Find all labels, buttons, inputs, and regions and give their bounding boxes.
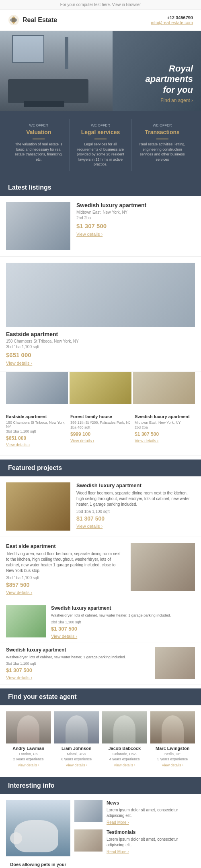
project-price-3: $1 307 500 [51,626,195,632]
service-desc-3: Real estate activities, letting, enginee… [136,142,188,162]
col-listing-2-link[interactable]: View details › [70,439,131,443]
topbar-text: For your computer test here. View in Bro… [60,2,141,7]
project-link-1[interactable]: View details › [76,524,195,529]
project-info-3: Swedish luxury apartment Washer/dryer, l… [51,605,195,639]
small-image-1 [6,372,68,404]
services-section: We offer Valuation The valuation of real… [0,111,201,179]
col-listing-1-title: Eastside apartment [6,414,66,419]
latest-listings-title-bar: Latest listings [0,179,201,196]
eastside-listing-specs: 3bd 1ba 1,100 sqft [6,345,195,349]
service-divider-2 [94,139,107,139]
agents-title-bar: Find your estate agent [0,688,201,705]
featured-listing: Swedish luxury apartment Midtown East, N… [0,196,201,257]
logo: Real Estate [8,14,57,26]
agent-link-3[interactable]: View details › [102,763,147,767]
agent-photo-3 [102,711,147,743]
col-listing-1-specs: 3bd 1ba 1,100 sqft [6,429,66,433]
service-desc-2: Legal services for all requirements of b… [75,142,127,167]
article-content-2: Testimonials Lorem ipsum dolor sit amet,… [107,829,195,854]
article-link-1[interactable]: Read More › [107,820,195,825]
col-listing-3-specs: 2bd 2ba [135,425,195,429]
featured-projects-title-bar: Featured projects [0,460,201,476]
agents-grid: Andry Lawman London, UK 2 years experien… [0,705,201,773]
project-image-2 [131,543,195,591]
article-content-1: News Lorem ipsum dolor sit amet, consect… [107,800,195,825]
hero-section: Royal apartments for you Find an agent › [0,31,201,111]
svg-point-2 [10,18,17,22]
project-desc-3: Washer/dryer, lots of cabinet, new water… [51,613,195,618]
agent-location-4: Berlin, DE [150,752,195,756]
col-listing-2-price: $999 100 [70,431,131,437]
hero-line2: apartments [145,74,193,84]
project-image-4 [155,647,195,679]
article-desc-1: Lorem ipsum dolor sit amet, consectetur … [107,807,195,819]
agent-link-2[interactable]: View details › [54,763,99,767]
info-grid: Does allowing pets in your rentals make … [0,794,201,868]
col-listing-3-link[interactable]: View details › [135,439,195,443]
header: Real Estate +12 3456790 info@real-estate… [0,10,201,31]
info-articles: News Lorem ipsum dolor sit amet, consect… [74,800,195,859]
featured-projects-title: Featured projects [8,464,193,472]
hero-content: Royal apartments for you Find an agent › [145,63,193,103]
agent-exp-2: 6 years experience [54,757,99,761]
featured-listing-link[interactable]: View details › [76,232,195,237]
project-image-3 [6,605,46,637]
table-decoration [24,101,64,107]
small-image-3 [133,372,195,404]
service-divider-1 [33,139,45,139]
eastside-listing-image [6,263,195,327]
agent-card-4: Marc Livingston Berlin, DE 5 years exper… [150,711,195,767]
service-label-2: We offer [75,123,127,127]
hero-line3: for you [163,85,193,95]
eastside-listing-link[interactable]: View details › [6,361,195,366]
col-listing-1-link[interactable]: View details › [6,443,66,447]
article-image-2 [74,829,103,852]
project-link-4[interactable]: View details › [6,675,150,680]
project-title-4: Swedish luxury apartment [6,647,150,653]
agent-name-1: Andry Lawman [6,746,51,751]
project-link-3[interactable]: View details › [51,634,195,639]
project-price-4: $1 307 500 [6,667,150,673]
col-listing-2: Forest family house 399 11th St #200, Pa… [70,414,131,447]
three-column-listings: Eastside apartment 150 Chambers St Tribe… [0,410,201,455]
small-image-2 [70,372,131,404]
agent-link-1[interactable]: View details › [6,763,51,767]
eastside-listing-price: $651 000 [6,351,195,358]
agent-link-4[interactable]: View details › [150,763,195,767]
featured-listing-location: Midtown East, New York, NY [76,210,195,214]
service-label-1: We offer [13,123,65,127]
agent-photo-1 [6,711,51,743]
service-title-1: Valuation [13,129,65,135]
email-address[interactable]: info@real-estate.com [151,20,193,25]
top-bar: For your computer test here. View in Bro… [0,0,201,10]
project-item-2: East side apartment Tiled living area, w… [0,537,201,601]
agent-location-2: Miami, USA [54,752,99,756]
logo-text: Real Estate [23,16,57,24]
agent-card-2: Liam Johnson Miami, USA 6 years experien… [54,711,99,767]
project-title-2: East side apartment [6,543,125,549]
service-label-3: We offer [136,123,188,127]
agent-exp-1: 2 years experience [6,757,51,761]
project-info-4: Swedish luxury apartment Washer/dryer, l… [6,647,150,680]
featured-listing-image [6,202,70,250]
hero-room-bg [0,31,113,111]
hero-line1: Royal [169,63,193,74]
project-image-1 [6,482,70,531]
info-article-1: News Lorem ipsum dolor sit amet, consect… [74,800,195,825]
info-section: Does allowing pets in your rentals make … [0,794,201,868]
hero-cta[interactable]: Find an agent › [145,98,193,103]
article-desc-2: Lorem ipsum dolor sit amet, consectetur … [107,837,195,848]
service-legal: We offer Legal services Legal services f… [70,119,132,171]
eastside-listing: Eastside apartment 150 Chambers St Tribe… [0,257,201,372]
info-caption: Does allowing pets in your rentals make … [6,860,70,868]
eastside-listing-title: Eastside apartment [6,331,195,337]
article-link-2[interactable]: Read More › [107,850,195,854]
info-title: Interesting info [8,782,193,789]
lamp-decoration [65,37,68,69]
project-item-4: Swedish luxury apartment Washer/dryer, l… [0,643,201,685]
agent-location-3: Colorado, USA [102,752,147,756]
agent-card-3: Jacob Babcock Colorado, USA 4 years expe… [102,711,147,767]
featured-listing-title: Swedish luxury apartment [76,202,195,208]
project-link-2[interactable]: View details › [6,590,125,595]
project-price-2: $857 500 [6,582,125,588]
